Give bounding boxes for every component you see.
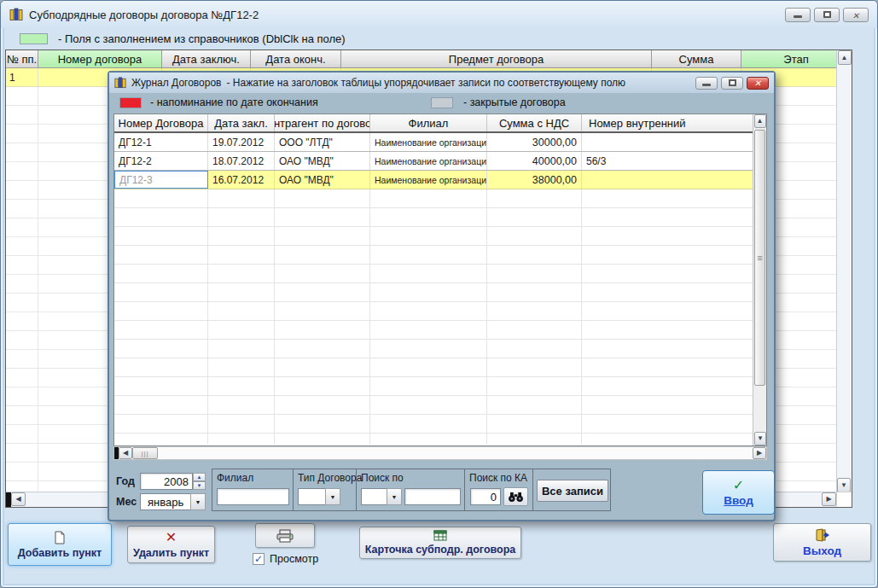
journal-row[interactable]: ДГ12-1 19.07.2012 ООО "ЛТД" Наименование… — [114, 133, 766, 152]
contract-type-combo[interactable] — [298, 488, 340, 505]
cell-internal-number[interactable] — [582, 133, 766, 151]
spin-down-button[interactable] — [193, 481, 206, 490]
filler-column — [6, 87, 38, 492]
spin-up-button[interactable] — [193, 473, 206, 481]
cell-counterparty[interactable]: ОАО "МВД" — [275, 171, 370, 189]
scrollbar-track[interactable] — [158, 447, 753, 459]
main-vertical-scrollbar[interactable] — [836, 50, 852, 492]
scroll-up-button[interactable] — [838, 50, 852, 65]
scroll-right-button[interactable] — [753, 447, 766, 459]
contract-type-value[interactable] — [298, 488, 325, 505]
cell-contract-number-focused[interactable]: ДГ12-3 — [114, 171, 208, 189]
scroll-down-button[interactable] — [754, 432, 766, 445]
contract-type-label: Тип Договора — [298, 472, 362, 484]
cell-date[interactable]: 19.07.2012 — [208, 133, 275, 151]
minimize-button[interactable] — [785, 8, 811, 22]
scroll-down-button[interactable] — [837, 478, 851, 492]
maximize-button[interactable] — [814, 8, 840, 22]
journal-row[interactable]: ДГ12-2 18.07.2012 ОАО "МВД" Наименование… — [114, 152, 766, 171]
header-internal-number[interactable]: Номер внутренний — [582, 114, 766, 131]
subcontract-card-button[interactable]: Карточка субподр. договора — [359, 527, 521, 559]
search-input[interactable] — [404, 488, 461, 505]
header-contract-number: Номер договора — [38, 50, 162, 68]
chevron-down-icon[interactable] — [190, 493, 206, 510]
header-contract-number[interactable]: Номер Договора — [114, 114, 208, 131]
enter-label: Ввод — [724, 494, 753, 507]
scrollbar-thumb[interactable] — [754, 130, 765, 386]
find-button[interactable] — [503, 487, 528, 506]
month-value[interactable]: январь — [140, 493, 190, 510]
search-ka-section: Поиск по КА 0 — [465, 469, 533, 510]
preview-checkbox[interactable] — [253, 553, 265, 565]
preview-label: Просмотр — [270, 553, 318, 565]
cell-date[interactable]: 18.07.2012 — [208, 152, 275, 170]
cell-branch[interactable]: Наименование организации — [370, 133, 487, 151]
header-stage: Этап — [741, 50, 852, 68]
search-by-section: Поиск по — [357, 469, 465, 510]
cell-counterparty[interactable]: ООО "ЛТД" — [275, 133, 370, 151]
minimize-icon — [794, 15, 802, 18]
close-button[interactable] — [843, 8, 869, 22]
cell-internal-number[interactable]: 56/3 — [582, 152, 766, 170]
cell-branch[interactable]: Наименование организации — [370, 171, 487, 189]
cell-npp[interactable]: 1 — [6, 68, 38, 86]
search-by-combo[interactable] — [361, 488, 402, 505]
cell-internal-number[interactable] — [582, 171, 766, 189]
search-by-value[interactable] — [361, 488, 387, 505]
month-combo[interactable]: январь — [140, 493, 206, 510]
cell-sum-vat[interactable]: 30000,00 — [487, 133, 582, 151]
reminder-legend-text: - напоминание по дате окончания — [150, 96, 318, 108]
header-date-start: Дата заключ. — [162, 50, 251, 68]
scroll-left-button[interactable] — [119, 447, 132, 459]
cell-date[interactable]: 16.07.2012 — [208, 171, 275, 189]
chevron-down-icon[interactable] — [387, 488, 402, 505]
chevron-down-icon[interactable] — [325, 488, 340, 505]
dialog-minimize-button[interactable] — [695, 77, 718, 90]
cell-counterparty[interactable]: ОАО "МВД" — [275, 152, 370, 170]
dialog-maximize-button[interactable] — [721, 77, 743, 90]
journal-vertical-scrollbar[interactable] — [753, 114, 766, 445]
journal-table-header: Номер Договора Дата закл. Контрагент по … — [114, 114, 766, 133]
app-icon — [9, 8, 23, 21]
year-input[interactable]: 2008 — [140, 473, 193, 490]
header-sum-vat[interactable]: Сумма с НДС — [487, 114, 582, 131]
header-date[interactable]: Дата закл. — [208, 114, 275, 131]
filler-column — [370, 189, 487, 444]
search-ka-input[interactable]: 0 — [470, 488, 501, 505]
dialog-close-button[interactable] — [747, 77, 769, 90]
year-label: Год — [116, 475, 135, 487]
cell-branch[interactable]: Наименование организации — [370, 152, 487, 170]
closed-swatch — [431, 97, 453, 108]
main-legend-text: - Поля с заполнением из справочников (Db… — [58, 32, 346, 45]
cell-contract-number[interactable]: ДГ12-2 — [114, 152, 208, 170]
cell-sum-vat[interactable]: 40000,00 — [487, 152, 582, 170]
branch-label: Филиал — [217, 472, 253, 484]
dialog-title-hint: - Нажатие на заголовок таблицы упорядочи… — [226, 77, 625, 89]
cell-sum-vat[interactable]: 38000,00 — [487, 171, 582, 189]
contract-type-section: Тип Договора — [294, 469, 357, 510]
header-npp: № пп. — [6, 50, 38, 68]
filler-column — [114, 189, 208, 444]
filler-column — [208, 189, 275, 444]
header-date-end: Дата оконч. — [251, 50, 341, 68]
exit-button[interactable]: Выход — [773, 523, 871, 562]
header-branch[interactable]: Филиал — [370, 114, 487, 131]
scroll-up-button[interactable] — [754, 114, 766, 128]
table-card-icon — [433, 530, 447, 541]
scroll-left-button[interactable] — [11, 492, 26, 506]
add-item-button[interactable]: Добавить пункт — [8, 523, 112, 566]
search-ka-label: Поиск по КА — [469, 472, 527, 484]
all-records-button[interactable]: Все записи — [537, 480, 608, 502]
header-counterparty[interactable]: Контрагент по договору — [275, 114, 370, 131]
journal-horizontal-scrollbar[interactable] — [113, 446, 767, 460]
all-records-label: Все записи — [542, 485, 603, 498]
enter-button[interactable]: ✓ Ввод — [702, 470, 775, 515]
print-button[interactable] — [255, 523, 315, 548]
delete-item-button[interactable]: ✕ Удалить пункт — [127, 526, 215, 563]
cell-contract-number[interactable]: ДГ12-1 — [114, 133, 208, 151]
scroll-right-button[interactable] — [822, 492, 836, 506]
branch-input[interactable] — [217, 488, 289, 505]
journal-row-selected[interactable]: ДГ12-3 16.07.2012 ОАО "МВД" Наименование… — [114, 171, 766, 189]
header-sum: Сумма — [652, 50, 741, 68]
scrollbar-thumb[interactable] — [132, 447, 158, 459]
